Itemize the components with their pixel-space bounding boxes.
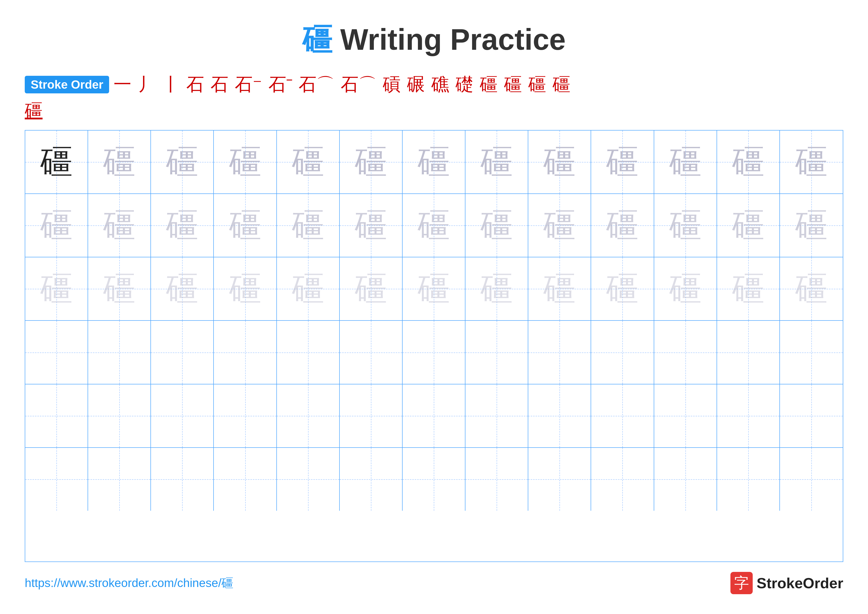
grid-cell-1-12[interactable]: 礓 <box>717 131 780 193</box>
stroke-5: 石 <box>211 73 228 96</box>
grid-cell-4-7[interactable] <box>403 321 465 384</box>
char-guide: 礓 <box>355 140 387 184</box>
grid-cell-4-8[interactable] <box>465 321 528 384</box>
grid-cell-3-9[interactable]: 礓 <box>528 257 591 320</box>
grid-cell-3-8[interactable]: 礓 <box>465 257 528 320</box>
grid-cell-3-7[interactable]: 礓 <box>403 257 465 320</box>
char-guide: 礓 <box>480 140 513 184</box>
grid-cell-5-6[interactable] <box>340 384 403 447</box>
grid-cell-3-10[interactable]: 礓 <box>591 257 654 320</box>
char-guide: 礓 <box>292 267 324 311</box>
grid-cell-4-3[interactable] <box>151 321 214 384</box>
grid-cell-3-13[interactable]: 礓 <box>780 257 843 320</box>
grid-cell-4-6[interactable] <box>340 321 403 384</box>
grid-cell-1-3[interactable]: 礓 <box>151 131 214 193</box>
grid-cell-3-1[interactable]: 礓 <box>25 257 88 320</box>
grid-cell-6-7[interactable] <box>403 448 465 511</box>
grid-cell-4-11[interactable] <box>654 321 717 384</box>
grid-cell-2-12[interactable]: 礓 <box>717 194 780 257</box>
grid-cell-4-10[interactable] <box>591 321 654 384</box>
grid-cell-3-6[interactable]: 礓 <box>340 257 403 320</box>
grid-cell-1-6[interactable]: 礓 <box>340 131 403 193</box>
grid-cell-2-13[interactable]: 礓 <box>780 194 843 257</box>
grid-cell-6-12[interactable] <box>717 448 780 511</box>
grid-cell-1-13[interactable]: 礓 <box>780 131 843 193</box>
grid-cell-6-9[interactable] <box>528 448 591 511</box>
grid-cell-3-5[interactable]: 礓 <box>277 257 340 320</box>
grid-cell-4-4[interactable] <box>214 321 277 384</box>
grid-cell-1-1[interactable]: 礓 <box>25 131 88 193</box>
grid-cell-5-13[interactable] <box>780 384 843 447</box>
grid-cell-6-5[interactable] <box>277 448 340 511</box>
char-guide: 礓 <box>606 267 639 311</box>
grid-cell-1-7[interactable]: 礓 <box>403 131 465 193</box>
grid-cell-3-11[interactable]: 礓 <box>654 257 717 320</box>
stroke-17: 礓 <box>553 73 570 96</box>
grid-cell-5-12[interactable] <box>717 384 780 447</box>
grid-cell-6-6[interactable] <box>340 448 403 511</box>
char-guide: 礓 <box>732 204 764 247</box>
grid-cell-2-2[interactable]: 礓 <box>88 194 151 257</box>
page-title: 礓 Writing Practice <box>25 20 843 60</box>
grid-cell-4-12[interactable] <box>717 321 780 384</box>
grid-cell-5-5[interactable] <box>277 384 340 447</box>
grid-cell-6-10[interactable] <box>591 448 654 511</box>
char-guide: 礓 <box>229 204 261 247</box>
stroke-3: 丨 <box>162 73 180 96</box>
grid-cell-3-2[interactable]: 礓 <box>88 257 151 320</box>
char-guide: 礓 <box>229 267 261 311</box>
grid-cell-3-4[interactable]: 礓 <box>214 257 277 320</box>
grid-cell-5-11[interactable] <box>654 384 717 447</box>
grid-cell-6-4[interactable] <box>214 448 277 511</box>
char-guide: 礓 <box>40 267 73 311</box>
grid-cell-2-1[interactable]: 礓 <box>25 194 88 257</box>
grid-cell-6-11[interactable] <box>654 448 717 511</box>
grid-cell-2-11[interactable]: 礓 <box>654 194 717 257</box>
grid-cell-2-3[interactable]: 礓 <box>151 194 214 257</box>
grid-cell-1-2[interactable]: 礓 <box>88 131 151 193</box>
grid-cell-1-8[interactable]: 礓 <box>465 131 528 193</box>
stroke-11: 碾 <box>407 73 425 96</box>
grid-cell-4-9[interactable] <box>528 321 591 384</box>
grid-cell-6-13[interactable] <box>780 448 843 511</box>
grid-cell-5-4[interactable] <box>214 384 277 447</box>
grid-cell-2-10[interactable]: 礓 <box>591 194 654 257</box>
grid-cell-2-9[interactable]: 礓 <box>528 194 591 257</box>
grid-cell-3-3[interactable]: 礓 <box>151 257 214 320</box>
grid-cell-6-3[interactable] <box>151 448 214 511</box>
grid-cell-1-11[interactable]: 礓 <box>654 131 717 193</box>
grid-cell-4-13[interactable] <box>780 321 843 384</box>
grid-cell-2-4[interactable]: 礓 <box>214 194 277 257</box>
char-guide: 礓 <box>166 140 198 184</box>
char-guide: 礓 <box>795 267 828 311</box>
char-guide: 礓 <box>795 204 828 247</box>
logo-icon: 字 <box>730 572 753 594</box>
grid-cell-5-10[interactable] <box>591 384 654 447</box>
grid-cell-3-12[interactable]: 礓 <box>717 257 780 320</box>
grid-cell-2-7[interactable]: 礓 <box>403 194 465 257</box>
grid-cell-5-8[interactable] <box>465 384 528 447</box>
grid-cell-2-8[interactable]: 礓 <box>465 194 528 257</box>
grid-cell-5-1[interactable] <box>25 384 88 447</box>
grid-cell-1-5[interactable]: 礓 <box>277 131 340 193</box>
grid-cell-1-10[interactable]: 礓 <box>591 131 654 193</box>
grid-cell-2-5[interactable]: 礓 <box>277 194 340 257</box>
grid-cell-1-4[interactable]: 礓 <box>214 131 277 193</box>
grid-cell-5-9[interactable] <box>528 384 591 447</box>
grid-cell-6-2[interactable] <box>88 448 151 511</box>
grid-cell-5-7[interactable] <box>403 384 465 447</box>
char-guide: 礓 <box>418 267 450 311</box>
grid-cell-4-2[interactable] <box>88 321 151 384</box>
grid-cell-6-8[interactable] <box>465 448 528 511</box>
char-guide: 礓 <box>543 204 575 247</box>
char-guide: 礓 <box>292 140 324 184</box>
grid-cell-4-5[interactable] <box>277 321 340 384</box>
grid-cell-1-9[interactable]: 礓 <box>528 131 591 193</box>
grid-cell-4-1[interactable] <box>25 321 88 384</box>
grid-cell-2-6[interactable]: 礓 <box>340 194 403 257</box>
grid-cell-5-3[interactable] <box>151 384 214 447</box>
stroke-8: 石⌒ <box>299 73 334 96</box>
grid-cell-5-2[interactable] <box>88 384 151 447</box>
grid-cell-6-1[interactable] <box>25 448 88 511</box>
stroke-order-row-1: Stroke Order 一 丿 丨 石 石 石⁻ 石ˉ 石⌒ 石⌒ 碽 碾 礁… <box>25 73 843 96</box>
